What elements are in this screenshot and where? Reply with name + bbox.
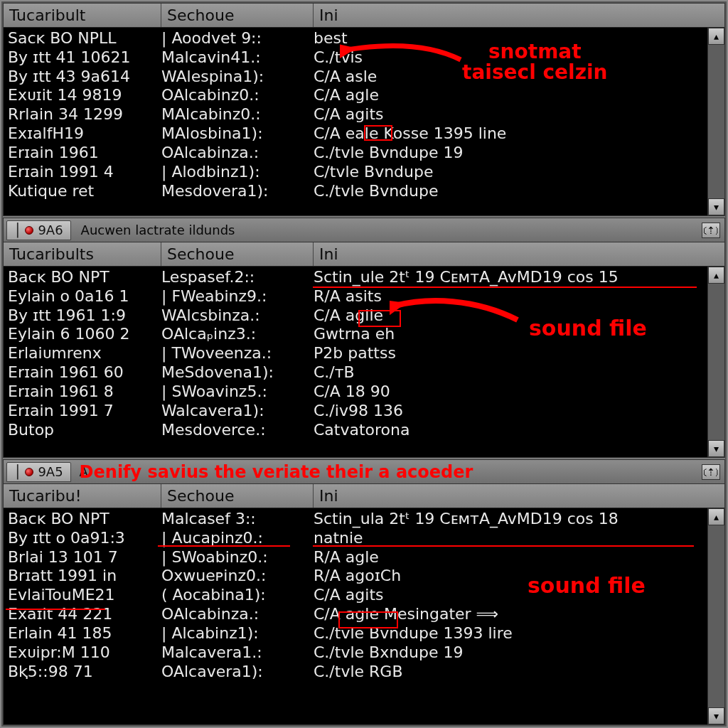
cell-c1: Butop [8,421,161,440]
cell-c2: | SWoabinz0.: [161,548,314,567]
cell-c3: Catvatorona [314,421,705,440]
col-header-2[interactable]: Sechoue [161,242,314,266]
panel-1-scrollbar[interactable]: ▴ ▾ [707,28,724,215]
cell-c2: Malcasef 3:: [161,510,314,529]
table-row[interactable]: Bacᴋ BO NPTMalcasef 3::Sctin_ula 2tᵗ 19 … [8,510,705,529]
cell-c3: C./tvle Bvndupe [314,182,705,201]
table-row[interactable]: Rrlain 34 1299MAlcabinz0.:C/A agits [8,105,705,124]
panel-1-list[interactable]: Sacᴋ BO NPLL| Aoodvet 9::bestBy ɪtt 41 1… [4,28,707,215]
table-row[interactable]: Eylain o 0a16 1| FWeabinz9.:R/A asits [8,287,705,306]
cell-c1: Brlai 13 101 7 [8,548,161,567]
cell-c1: Rrlain 34 1299 [8,105,161,124]
col-header-2[interactable]: Sechoue [161,4,314,27]
table-row[interactable]: Erɪain 1991 4| Alodbinz1):C/tvle Bvndupe [8,163,705,182]
col-header-3[interactable]: Ini [314,4,724,27]
panel-2-title: Aucwen lactrate ildunds [75,223,697,237]
panel-2-scrollbar[interactable]: ▴ ▾ [707,267,724,457]
cell-c2: WAlespina1): [161,68,314,87]
panel-3-tab[interactable]: ⎮ 9A5 [6,462,71,482]
table-row[interactable]: ExɪalfH19MAlosbina1):C/A eale Kosse 1395… [8,124,705,144]
table-row[interactable]: Brlai 13 101 7| SWoabinz0.:R/A agle [8,548,705,567]
table-row[interactable]: Exaɪit 44 221OAlcabinza.:C/A agle Mesing… [8,605,705,624]
table-row[interactable]: Erɪain 1961 60MeSdovena1):C./ᴛB [8,363,705,382]
table-row[interactable]: Bⱪ5::98 71OAlcavera1):C./tvle RGB [8,663,705,682]
table-row[interactable]: Kutique retMesdovera1):C./tvle Bvndupe [8,182,705,201]
cell-c2: Oxwueᴘinz0.: [161,567,314,586]
scroll-track[interactable] [708,45,724,198]
cell-c1: Brɪatt 1991 in [8,567,161,586]
col-header-1[interactable]: Tucaribult [4,4,161,27]
table-row[interactable]: Eylain 6 1060 2OAlcaₚinz3.:Gwtrna eh [8,325,705,344]
panel-2-tab[interactable]: ⎮ 9A6 [6,220,71,240]
col-header-1[interactable]: Tucaribu! [4,484,161,508]
cell-c1: By ɪtt o 0a91:3 [8,529,161,548]
scroll-up-icon[interactable]: ▴ [708,508,724,525]
table-row[interactable]: Sacᴋ BO NPLL| Aoodvet 9::best [8,29,705,48]
cell-c2: MeSdovena1): [161,363,314,382]
table-row[interactable]: EvlaiTouME21( Aocabina1):C/A agits [8,586,705,605]
cell-c1: Erlaiᴜmrenx [8,344,161,363]
collapse-icon[interactable]: ⟮⇡⟯ [702,464,720,480]
panel-2: ⎮ 9A6 Aucwen lactrate ildunds ⟮⇡⟯ Tucari… [3,218,725,458]
scroll-up-icon[interactable]: ▴ [708,28,724,45]
cell-c1: Erɪain 1961 8 [8,382,161,402]
panel-3-overlay-annotation: Denify savius the veriate their a acoede… [80,462,473,482]
cell-c1: Erɪain 1961 [8,144,161,163]
table-row[interactable]: Erɪain 1961 8| SWoavinz5.:C/A 18 90 [8,382,705,402]
cell-c1: Erɪain 1961 60 [8,363,161,382]
table-row[interactable]: By ɪtt 1961 1:9WAlcsbinza.:C/A aglle [8,306,705,326]
cell-c1: Erɪain 1991 7 [8,402,161,421]
scroll-track[interactable] [708,284,724,440]
scroll-down-icon[interactable]: ▾ [708,707,724,724]
col-header-2[interactable]: Sechoue [161,484,314,508]
table-row[interactable]: Exᴜɪit 14 9819OAlcabinz0.:C/A agle [8,86,705,105]
table-row[interactable]: Erlain 41 185| Alcabinz1):C./tvle Bvndup… [8,624,705,643]
cell-c3: C/tvle Bvndupe [314,163,705,182]
pipe-icon: ⎮ [14,223,21,237]
panel-3: ⎮ 9A5 A Denify savius the veriate their … [3,459,725,725]
panel-3-list[interactable]: Bacᴋ BO NPTMalcasef 3::Sctin_ula 2tᵗ 19 … [4,508,707,724]
cell-c2: OAlcaₚinz3.: [161,325,314,344]
col-header-1[interactable]: Tucaribults [4,242,161,266]
col-header-3[interactable]: Ini [314,242,724,266]
scroll-track[interactable] [708,525,724,707]
table-row[interactable]: Erɪain 1961OAlcabinza.:C./tvle Bvndupe 1… [8,144,705,163]
cell-c2: | Aoodvet 9:: [161,29,314,48]
cell-c2: OAlcabinza.: [161,605,314,624]
cell-c1: Kutique ret [8,182,161,201]
cell-c2: ( Aocabina1): [161,586,314,605]
cell-c3: natnie [314,529,705,548]
cell-c1: Exaɪit 44 221 [8,605,161,624]
cell-c2: Mesdoverce.: [161,421,314,440]
record-icon [25,468,33,476]
panel-2-list[interactable]: Bacᴋ BO NPTLespasef.2::Sctin_ule 2tᵗ 19 … [4,267,707,457]
cell-c1: Eylain o 0a16 1 [8,287,161,306]
table-row[interactable]: Exᴜipr:M 110Malcavera1.:C./tvle Bxndupe … [8,643,705,663]
cell-c1: Exᴜipr:M 110 [8,643,161,663]
table-row[interactable]: Erɪain 1991 7Walcavera1):C./iv98 136 [8,402,705,421]
cell-c3: C./tvle Bxndupe 19 [314,643,705,663]
cell-c3: C/A asle [314,68,705,87]
cell-c2: Malcavera1.: [161,643,314,663]
panel-3-scrollbar[interactable]: ▴ ▾ [707,508,724,724]
cell-c3: R/A agle [314,548,705,567]
scroll-down-icon[interactable]: ▾ [708,198,724,215]
table-row[interactable]: By ɪtt o 0a91:3| Aucapinz0.:natnie [8,529,705,548]
panel-3-tabstrip: ⎮ 9A5 A Denify savius the veriate their … [4,460,724,484]
scroll-down-icon[interactable]: ▾ [708,440,724,457]
scroll-up-icon[interactable]: ▴ [708,267,724,284]
cell-c3: C/A agits [314,105,705,124]
table-row[interactable]: ButopMesdoverce.:Catvatorona [8,421,705,440]
table-row[interactable]: Brɪatt 1991 inOxwueᴘinz0.:R/A agoɪCh [8,567,705,586]
table-row[interactable]: Bacᴋ BO NPTLespasef.2::Sctin_ule 2tᵗ 19 … [8,268,705,287]
app-frame: Tucaribult Sechoue Ini Sacᴋ BO NPLL| Aoo… [1,1,727,727]
cell-c2: | SWoavinz5.: [161,382,314,402]
record-icon [25,226,33,235]
table-row[interactable]: By ɪtt 41 10621Malcavin41.:C./tvis [8,48,705,68]
table-row[interactable]: By ɪtt 43 9a614WAlespina1):C/A asle [8,68,705,87]
col-header-3[interactable]: Ini [314,484,724,508]
collapse-icon[interactable]: ⟮⇡⟯ [702,223,720,238]
panel-2-header: Tucaribults Sechoue Ini [4,242,724,267]
table-row[interactable]: Erlaiᴜmrenx| TWoveenza.:P2b pattss [8,344,705,363]
cell-c1: Erlain 41 185 [8,624,161,643]
